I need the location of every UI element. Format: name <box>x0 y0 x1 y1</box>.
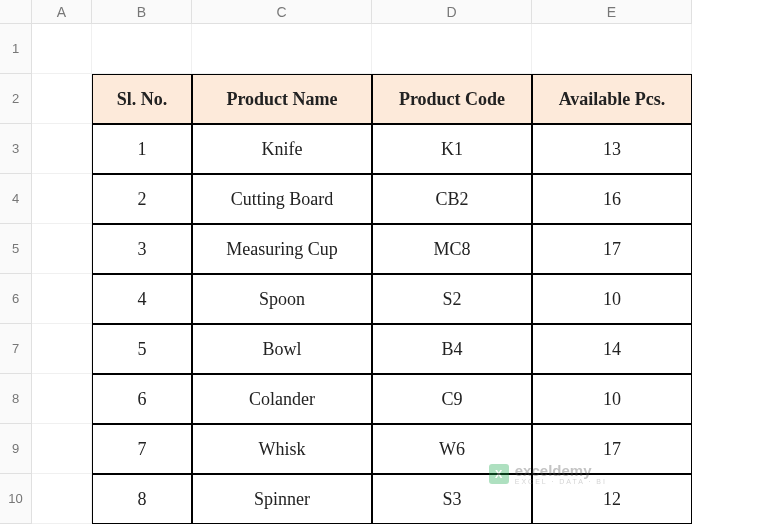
table-row[interactable]: 4 <box>92 274 192 324</box>
table-row[interactable]: 16 <box>532 174 692 224</box>
row-header-2[interactable]: 2 <box>0 74 32 124</box>
cell-e1[interactable] <box>532 24 692 74</box>
grid-corner[interactable] <box>0 0 32 24</box>
row-header-10[interactable]: 10 <box>0 474 32 524</box>
cell-a1[interactable] <box>32 24 92 74</box>
column-header-b[interactable]: B <box>92 0 192 24</box>
cell-d1[interactable] <box>372 24 532 74</box>
watermark-text: exceldemy EXCEL · DATA · BI <box>515 463 607 485</box>
row-header-9[interactable]: 9 <box>0 424 32 474</box>
table-row[interactable]: 13 <box>532 124 692 174</box>
table-row[interactable]: MC8 <box>372 224 532 274</box>
cell-a10[interactable] <box>32 474 92 524</box>
table-row[interactable]: C9 <box>372 374 532 424</box>
column-header-a[interactable]: A <box>32 0 92 24</box>
table-row[interactable]: Spoon <box>192 274 372 324</box>
column-header-e[interactable]: E <box>532 0 692 24</box>
table-header-code[interactable]: Product Code <box>372 74 532 124</box>
cell-a2[interactable] <box>32 74 92 124</box>
table-row[interactable]: S2 <box>372 274 532 324</box>
row-header-6[interactable]: 6 <box>0 274 32 324</box>
row-header-8[interactable]: 8 <box>0 374 32 424</box>
row-header-4[interactable]: 4 <box>0 174 32 224</box>
row-header-3[interactable]: 3 <box>0 124 32 174</box>
cell-a5[interactable] <box>32 224 92 274</box>
table-row[interactable]: Knife <box>192 124 372 174</box>
table-row[interactable]: 17 <box>532 224 692 274</box>
table-row[interactable]: 1 <box>92 124 192 174</box>
spreadsheet-grid: A B C D E 1 2 Sl. No. Product Name Produ… <box>0 0 767 524</box>
watermark: X exceldemy EXCEL · DATA · BI <box>489 463 607 485</box>
cell-a8[interactable] <box>32 374 92 424</box>
table-header-name[interactable]: Product Name <box>192 74 372 124</box>
table-row[interactable]: 3 <box>92 224 192 274</box>
column-header-d[interactable]: D <box>372 0 532 24</box>
table-header-pcs[interactable]: Available Pcs. <box>532 74 692 124</box>
row-header-7[interactable]: 7 <box>0 324 32 374</box>
table-row[interactable]: 7 <box>92 424 192 474</box>
table-row[interactable]: 8 <box>92 474 192 524</box>
table-row[interactable]: K1 <box>372 124 532 174</box>
column-header-c[interactable]: C <box>192 0 372 24</box>
table-row[interactable]: 5 <box>92 324 192 374</box>
table-row[interactable]: 2 <box>92 174 192 224</box>
cell-c1[interactable] <box>192 24 372 74</box>
watermark-logo-icon: X <box>489 464 509 484</box>
row-header-1[interactable]: 1 <box>0 24 32 74</box>
watermark-subtitle: EXCEL · DATA · BI <box>515 478 607 485</box>
table-row[interactable]: Measuring Cup <box>192 224 372 274</box>
watermark-title: exceldemy <box>515 463 607 478</box>
table-row[interactable]: Bowl <box>192 324 372 374</box>
table-row[interactable]: 10 <box>532 374 692 424</box>
table-row[interactable]: 6 <box>92 374 192 424</box>
cell-a4[interactable] <box>32 174 92 224</box>
table-row[interactable]: Cutting Board <box>192 174 372 224</box>
table-header-sl[interactable]: Sl. No. <box>92 74 192 124</box>
table-row[interactable]: B4 <box>372 324 532 374</box>
table-row[interactable]: Whisk <box>192 424 372 474</box>
table-row[interactable]: Spinner <box>192 474 372 524</box>
table-row[interactable]: 10 <box>532 274 692 324</box>
cell-a9[interactable] <box>32 424 92 474</box>
cell-a7[interactable] <box>32 324 92 374</box>
cell-b1[interactable] <box>92 24 192 74</box>
table-row[interactable]: CB2 <box>372 174 532 224</box>
cell-a6[interactable] <box>32 274 92 324</box>
row-header-5[interactable]: 5 <box>0 224 32 274</box>
cell-a3[interactable] <box>32 124 92 174</box>
table-row[interactable]: Colander <box>192 374 372 424</box>
table-row[interactable]: 14 <box>532 324 692 374</box>
